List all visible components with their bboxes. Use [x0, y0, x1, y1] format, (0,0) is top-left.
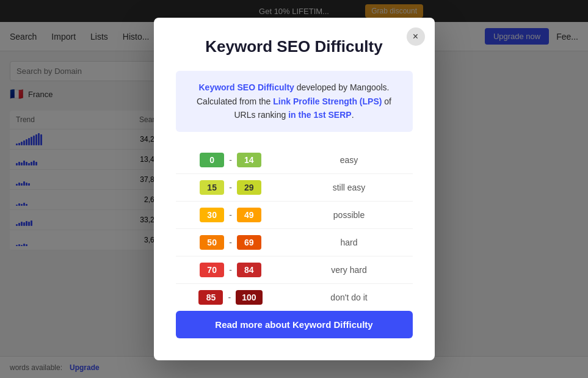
- keyword-difficulty-modal: × Keyword SEO Difficulty Keyword SEO Dif…: [154, 18, 435, 360]
- diff-label: don't do it: [286, 293, 413, 302]
- diff-label: very hard: [286, 265, 413, 275]
- dash: -: [229, 238, 232, 247]
- diff-range: 85 - 100: [176, 290, 286, 305]
- dash: -: [229, 265, 232, 275]
- diff-badge-to: 49: [237, 208, 261, 222]
- diff-label: easy: [286, 155, 413, 165]
- difficulty-row-hard: 50 - 69 hard: [176, 229, 413, 256]
- diff-badge-to: 84: [237, 263, 261, 277]
- intro-bold: Keyword SEO Difficulty: [198, 82, 294, 92]
- diff-badge-from: 0: [200, 153, 224, 167]
- diff-label: possible: [286, 210, 413, 220]
- difficulty-row-dont: 85 - 100 don't do it: [176, 284, 413, 311]
- diff-label: still easy: [286, 183, 413, 192]
- difficulty-table: 0 - 14 easy 15 - 29 still easy 30 -: [176, 147, 413, 311]
- read-more-button[interactable]: Read more about Keyword Difficulty: [176, 311, 413, 338]
- diff-range: 70 - 84: [176, 263, 286, 277]
- modal-title: Keyword SEO Difficulty: [176, 37, 413, 56]
- diff-range: 50 - 69: [176, 235, 286, 250]
- dash: -: [229, 155, 232, 165]
- diff-badge-from: 85: [198, 290, 223, 305]
- dash: -: [229, 183, 232, 192]
- dash: -: [228, 293, 231, 302]
- diff-badge-from: 15: [200, 180, 224, 195]
- diff-range: 15 - 29: [176, 180, 286, 195]
- diff-badge-to: 14: [237, 153, 261, 167]
- difficulty-row-still-easy: 15 - 29 still easy: [176, 174, 413, 202]
- diff-badge-to: 100: [236, 290, 262, 305]
- lps-bold: Link Profile Strength (LPS): [273, 96, 382, 106]
- diff-badge-from: 30: [200, 208, 224, 222]
- diff-badge-from: 50: [200, 235, 224, 250]
- serp-bold: in the 1st SERP: [288, 110, 351, 120]
- difficulty-row-possible: 30 - 49 possible: [176, 202, 413, 229]
- close-modal-button[interactable]: ×: [407, 27, 425, 46]
- dash: -: [229, 210, 232, 220]
- difficulty-row-easy: 0 - 14 easy: [176, 147, 413, 174]
- modal-overlay: × Keyword SEO Difficulty Keyword SEO Dif…: [0, 0, 588, 378]
- info-box: Keyword SEO Difficulty developed by Mang…: [176, 71, 413, 131]
- difficulty-row-very-hard: 70 - 84 very hard: [176, 256, 413, 284]
- diff-badge-to: 29: [237, 180, 261, 195]
- diff-label: hard: [286, 238, 413, 247]
- diff-badge-to: 69: [237, 235, 261, 250]
- end-text: .: [352, 110, 354, 120]
- diff-badge-from: 70: [200, 263, 224, 277]
- diff-range: 0 - 14: [176, 153, 286, 167]
- diff-range: 30 - 49: [176, 208, 286, 222]
